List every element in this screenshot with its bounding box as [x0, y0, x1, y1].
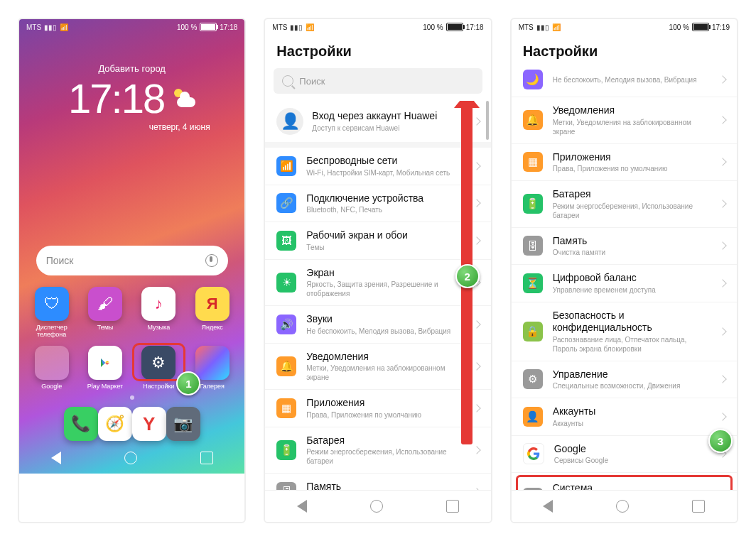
- row-icon: 🗄: [276, 482, 296, 490]
- row-sub: Не беспокоить, Мелодия вызова, Вибрация: [306, 327, 463, 336]
- clock-widget[interactable]: 17:18: [68, 78, 164, 119]
- shield-icon: 🛡: [35, 287, 69, 321]
- nav-back-icon[interactable]: [543, 500, 553, 513]
- dock-phone[interactable]: 📞: [64, 407, 98, 441]
- chevron-icon: [718, 242, 726, 250]
- app-label: Google: [41, 383, 62, 390]
- app-label: Галерея: [200, 383, 225, 390]
- chevron-icon: [472, 236, 480, 244]
- row-title: Экран: [306, 267, 463, 280]
- settings-row[interactable]: 🔔 Уведомления Метки, Уведомления на забл…: [512, 97, 737, 144]
- row-title: Уведомления: [553, 104, 710, 117]
- settings-row[interactable]: 🗄 Память Очистка памяти: [512, 228, 737, 266]
- nav-back-icon[interactable]: [51, 452, 61, 464]
- row-title: Google: [554, 443, 710, 456]
- wifi-icon: 📶: [306, 23, 314, 31]
- nav-home-icon[interactable]: [124, 452, 137, 464]
- settings-row[interactable]: 🌙 Не беспокоить, Мелодия вызова, Вибраци…: [512, 65, 737, 97]
- settings-row[interactable]: ⚙ Управление Специальные возможности, Дв…: [512, 361, 737, 399]
- nav-recent-icon[interactable]: [692, 500, 705, 513]
- settings-row[interactable]: ▦ Приложения Права, Приложения по умолча…: [265, 390, 490, 427]
- avatar-icon: 👤: [276, 108, 303, 135]
- chevron-icon: [718, 279, 726, 287]
- app-themes[interactable]: 🖌 Темы: [81, 287, 129, 339]
- row-icon: 🔋: [523, 194, 543, 214]
- signal-icon: ▮▮▯: [290, 23, 303, 31]
- row-title: Рабочий экран и обои: [306, 229, 463, 242]
- app-yandex[interactable]: Я Яндекс: [188, 287, 236, 339]
- row-sub: Bluetooth, NFC, Печать: [306, 205, 463, 214]
- dock-camera[interactable]: 📷: [166, 407, 200, 441]
- chevron-icon: [718, 75, 726, 83]
- settings-row[interactable]: 🔔 Уведомления Метки, Уведомления на забл…: [265, 344, 490, 390]
- row-icon: ⚙: [523, 369, 543, 389]
- nav-recent-icon[interactable]: [200, 452, 213, 464]
- settings-list[interactable]: 👤 Вход через аккаунт Huawei Доступ к сер…: [265, 101, 490, 490]
- chevron-icon: [472, 117, 480, 125]
- settings-row[interactable]: 🔊 Звуки Не беспокоить, Мелодия вызова, В…: [265, 306, 490, 344]
- app-label: Темы: [97, 324, 114, 331]
- app-settings[interactable]: ⚙ Настройки: [135, 346, 183, 390]
- nav-back-icon[interactable]: [297, 500, 307, 513]
- settings-row[interactable]: 👤 Аккаунты Аккаунты: [512, 398, 737, 436]
- chevron-icon: [472, 404, 480, 412]
- settings-row[interactable]: 🗄 Память Очистка памяти: [265, 474, 490, 490]
- settings-search[interactable]: Поиск: [274, 68, 482, 94]
- row-icon: 🗄: [523, 236, 543, 256]
- row-sub: Аккаунты: [553, 419, 710, 428]
- row-icon: 👤: [523, 407, 543, 427]
- chevron-icon: [472, 162, 480, 170]
- add-city-link[interactable]: Добавить город: [98, 63, 166, 74]
- row-icon: 🔊: [276, 315, 296, 334]
- app-phone-manager[interactable]: 🛡 Диспетчер телефона: [28, 287, 75, 339]
- settings-row[interactable]: 🔒 Безопасность и конфиденциальность Расп…: [512, 302, 737, 361]
- row-sub: Права, Приложения по умолчанию: [553, 164, 710, 173]
- weather-widget[interactable]: [173, 87, 195, 110]
- row-title: Подключение устройства: [306, 192, 463, 205]
- row-icon: ▦: [276, 398, 296, 418]
- nav-recent-icon[interactable]: [446, 500, 459, 513]
- app-play-market[interactable]: Play Маркет: [81, 346, 129, 390]
- settings-row[interactable]: 📱 Система Системная навигация, Обновлени…: [516, 475, 733, 490]
- battery-pct: 100 %: [669, 23, 689, 31]
- settings-row[interactable]: 🔋 Батарея Режим энергосбережения, Исполь…: [512, 181, 737, 228]
- music-icon: ♪: [141, 287, 176, 321]
- row-sub: Wi-Fi, Настройки SIM-карт, Мобильная сет…: [306, 168, 463, 177]
- row-title: Уведомления: [306, 351, 463, 364]
- nav-home-icon[interactable]: [616, 500, 629, 513]
- step-badge-3: 3: [708, 429, 733, 453]
- settings-row[interactable]: Google Сервисы Google: [512, 436, 737, 474]
- row-icon: 📱: [523, 488, 543, 490]
- settings-row[interactable]: 🔗 Подключение устройства Bluetooth, NFC,…: [265, 185, 490, 223]
- settings-row[interactable]: 🖼 Рабочий экран и обои Темы: [265, 222, 490, 260]
- carrier-label: MTS: [26, 23, 41, 31]
- row-title: Звуки: [306, 313, 463, 326]
- status-bar: MTS ▮▮▯ 📶 100 % 17:18: [265, 19, 490, 35]
- search-widget[interactable]: Поиск: [36, 246, 228, 275]
- nav-home-icon[interactable]: [370, 500, 383, 513]
- search-icon: [282, 75, 293, 87]
- phone-settings-top: MTS ▮▮▯ 📶 100 % 17:18 Настройки Поиск 👤 …: [264, 18, 492, 523]
- phone-settings-bottom: MTS ▮▮▯ 📶 100 % 17:19 Настройки 🌙 Не бес…: [510, 18, 738, 523]
- app-grid: 🛡 Диспетчер телефона 🖌 Темы ♪ Музыка Я Я…: [19, 275, 244, 395]
- row-icon: 🔗: [276, 193, 296, 213]
- settings-list[interactable]: 🌙 Не беспокоить, Мелодия вызова, Вибраци…: [512, 65, 737, 490]
- row-title: Цифровой баланс: [553, 272, 710, 285]
- row-title: Батарея: [306, 435, 463, 447]
- settings-row[interactable]: ▦ Приложения Права, Приложения по умолча…: [512, 144, 737, 182]
- date-label: четверг, 4 июня: [54, 122, 210, 132]
- dock-browser[interactable]: 🧭: [98, 407, 132, 441]
- row-title: Аккаунты: [553, 405, 710, 418]
- row-sub: Режим энергосбережения, Использование ба…: [553, 202, 710, 220]
- dock-yandex[interactable]: Y: [132, 407, 166, 441]
- settings-row[interactable]: ⏳ Цифровой баланс Управление временем до…: [512, 265, 737, 302]
- settings-row[interactable]: 📶 Беспроводные сети Wi-Fi, Настройки SIM…: [265, 148, 490, 185]
- app-label: Диспетчер телефона: [28, 324, 75, 339]
- chevron-icon: [718, 327, 726, 335]
- app-music[interactable]: ♪ Музыка: [135, 287, 183, 339]
- row-icon: ⏳: [523, 273, 543, 293]
- row-title: Управление: [553, 368, 710, 381]
- settings-row[interactable]: 🔋 Батарея Режим энергосбережения, Исполь…: [265, 427, 490, 474]
- mic-icon[interactable]: [205, 254, 218, 267]
- app-google-folder[interactable]: Google: [28, 346, 75, 390]
